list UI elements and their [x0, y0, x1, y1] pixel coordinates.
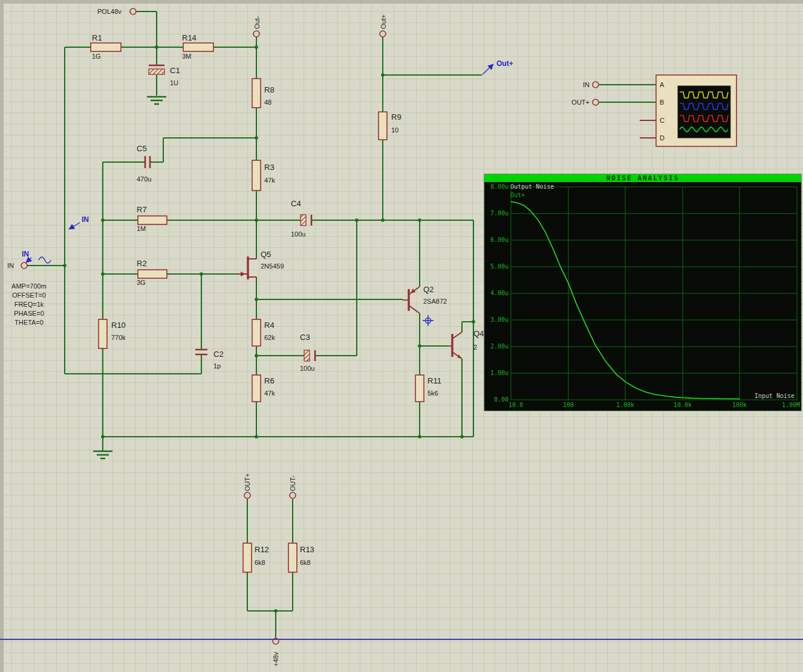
- terminal-scope-out-plus[interactable]: [593, 99, 599, 105]
- transistor-q2-pnp[interactable]: [403, 287, 420, 313]
- terminal-label-out-minus-bottom[interactable]: OUT-: [289, 475, 296, 491]
- component-value-r4[interactable]: 62k: [264, 334, 275, 341]
- component-ref-r8[interactable]: R8: [264, 85, 275, 94]
- component-value-c4[interactable]: 100u: [291, 230, 305, 238]
- graph-panel[interactable]: [484, 174, 801, 411]
- generator-sine-icon[interactable]: [39, 257, 51, 263]
- wire-label-arrow-out-plus[interactable]: [483, 64, 493, 74]
- ground-symbol-bottom[interactable]: [93, 451, 112, 458]
- terminal-plus48v[interactable]: [273, 638, 279, 644]
- capacitor-c5[interactable]: [145, 156, 150, 168]
- capacitor-c1[interactable]: [149, 65, 164, 74]
- component-ref-c5[interactable]: C5: [137, 144, 147, 153]
- graph-trace-name: Out+: [510, 192, 525, 198]
- noise-analysis-graph[interactable]: NOISE ANALYSIS 8.00u 7.00u 6.00u 5.00u 4…: [484, 174, 801, 411]
- component-value-c2[interactable]: 1p: [213, 362, 221, 370]
- component-ref-c3[interactable]: C3: [300, 333, 310, 342]
- terminal-label-in[interactable]: IN: [7, 262, 14, 269]
- resistor-r8[interactable]: [252, 79, 261, 108]
- component-ref-r9[interactable]: R9: [391, 113, 402, 122]
- capacitor-c2[interactable]: [195, 350, 207, 354]
- component-ref-r12[interactable]: R12: [255, 545, 269, 554]
- graph-title: NOISE ANALYSIS: [606, 174, 680, 182]
- component-ref-r4[interactable]: R4: [264, 321, 275, 330]
- component-value-r8[interactable]: 48: [264, 99, 271, 106]
- component-value-r2[interactable]: 3G: [137, 279, 146, 286]
- graph-trace-label: Output Noise: [510, 183, 554, 190]
- component-value-r3[interactable]: 47k: [264, 177, 275, 184]
- component-value-r10[interactable]: 770k: [111, 334, 126, 341]
- capacitor-c4[interactable]: [301, 215, 311, 226]
- component-value-r11[interactable]: 5k6: [428, 390, 438, 397]
- resistor-r7[interactable]: [138, 216, 167, 224]
- wire-label-out-plus[interactable]: Out+: [496, 59, 513, 68]
- resistor-r13[interactable]: [288, 543, 297, 572]
- transistor-q4[interactable]: [447, 332, 462, 359]
- terminal-label-pol48v[interactable]: POL48v: [97, 8, 122, 15]
- terminal-out-plus-top[interactable]: [380, 31, 386, 37]
- resistor-r14[interactable]: [183, 43, 213, 51]
- component-ref-r2[interactable]: R2: [137, 259, 147, 268]
- schematic-canvas[interactable]: POL48v R1 1G R14 3M C1 1U Out- R8 48 C5 …: [0, 0, 803, 672]
- resistor-r10[interactable]: [99, 319, 107, 348]
- ground-symbol-c1[interactable]: [147, 97, 166, 104]
- component-ref-r7[interactable]: R7: [137, 205, 147, 214]
- component-value-r13[interactable]: 6k8: [300, 559, 311, 566]
- component-value-c3[interactable]: 100u: [300, 365, 314, 372]
- component-value-r6[interactable]: 47k: [264, 390, 275, 397]
- terminal-out-plus-bottom[interactable]: [244, 492, 250, 498]
- component-ref-r14[interactable]: R14: [182, 33, 197, 42]
- resistor-r11[interactable]: [415, 375, 424, 402]
- component-value-r14[interactable]: 3M: [182, 53, 191, 60]
- scope-input-label-out-plus[interactable]: OUT+: [571, 99, 590, 106]
- terminal-in[interactable]: [21, 263, 27, 269]
- component-ref-c4[interactable]: C4: [291, 199, 301, 208]
- wire-label-in-lower[interactable]: IN: [22, 250, 29, 258]
- component-value-r7[interactable]: 1M: [137, 225, 146, 232]
- transistor-q5-jfet[interactable]: [236, 256, 256, 279]
- origin-marker-icon: [423, 315, 434, 326]
- resistor-r6[interactable]: [252, 375, 261, 402]
- component-value-q2[interactable]: 2SA872: [423, 298, 447, 305]
- terminal-label-out-minus-top[interactable]: Out-: [253, 16, 261, 29]
- component-ref-c1[interactable]: C1: [170, 66, 180, 75]
- terminal-label-out-plus-top[interactable]: Out+: [380, 15, 387, 29]
- component-value-q4[interactable]: 2: [473, 344, 477, 351]
- component-ref-q4[interactable]: Q4: [473, 329, 484, 338]
- resistor-r12[interactable]: [243, 543, 252, 572]
- component-ref-q2[interactable]: Q2: [423, 285, 434, 294]
- resistor-r1[interactable]: [91, 43, 121, 51]
- component-ref-r6[interactable]: R6: [264, 376, 275, 385]
- component-value-q5[interactable]: 2N5459: [261, 263, 284, 270]
- terminal-label-plus48v[interactable]: +48v: [272, 651, 279, 667]
- y-tick-3u: 3.00u: [490, 316, 509, 323]
- resistor-r2[interactable]: [138, 270, 167, 278]
- scope-channel-d-label: D: [660, 134, 665, 142]
- resistor-r9[interactable]: [379, 112, 387, 140]
- component-value-r9[interactable]: 10: [391, 126, 398, 134]
- component-ref-r1[interactable]: R1: [92, 33, 102, 42]
- terminal-label-out-plus-bottom[interactable]: OUT+: [244, 473, 251, 491]
- terminal-pol48v[interactable]: [130, 8, 136, 15]
- component-ref-r13[interactable]: R13: [300, 545, 314, 554]
- component-value-c1[interactable]: 1U: [170, 79, 178, 86]
- capacitor-c3[interactable]: [304, 350, 315, 361]
- component-ref-c2[interactable]: C2: [213, 350, 224, 359]
- component-ref-r10[interactable]: R10: [111, 321, 126, 330]
- terminal-out-minus-bottom[interactable]: [290, 492, 296, 498]
- wire-label-in-upper[interactable]: IN: [82, 215, 89, 224]
- resistor-r3[interactable]: [252, 160, 261, 191]
- wire-label-arrow-in-lower[interactable]: [26, 258, 31, 263]
- component-ref-r11[interactable]: R11: [428, 376, 441, 385]
- component-ref-r3[interactable]: R3: [264, 163, 275, 172]
- wire-label-arrow-in-upper[interactable]: [69, 223, 80, 229]
- terminal-out-minus-top[interactable]: [253, 31, 259, 37]
- resistor-r4[interactable]: [252, 319, 261, 346]
- component-value-c5[interactable]: 470u: [137, 175, 151, 183]
- oscilloscope[interactable]: IN OUT+ A B C D: [571, 75, 736, 146]
- component-ref-q5[interactable]: Q5: [261, 250, 271, 259]
- terminal-scope-in[interactable]: [593, 82, 599, 88]
- component-value-r1[interactable]: 1G: [92, 53, 101, 60]
- scope-input-label-in[interactable]: IN: [583, 81, 590, 88]
- component-value-r12[interactable]: 6k8: [255, 559, 265, 566]
